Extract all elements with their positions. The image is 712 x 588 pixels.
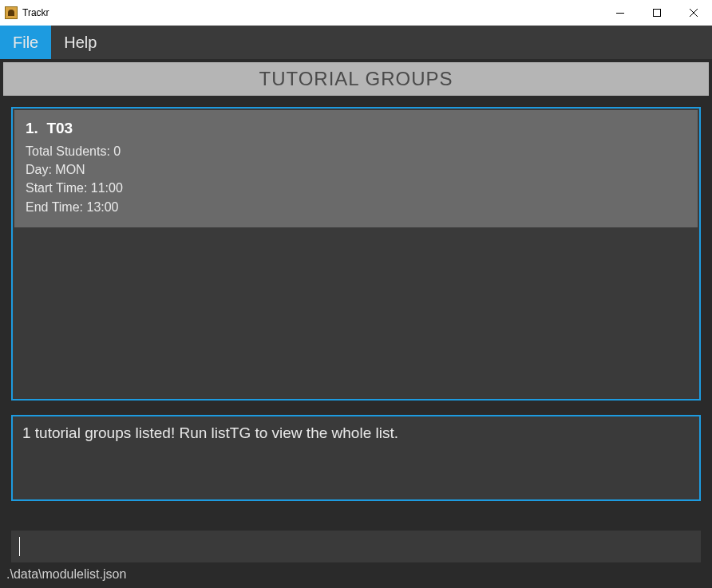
svg-rect-0 [616, 13, 624, 14]
window-title: Trackr [22, 7, 49, 18]
command-input[interactable] [11, 531, 701, 562]
group-start-time: Start Time: 11:00 [26, 179, 686, 197]
group-index: 1. [26, 120, 38, 136]
result-message: 1 tutorial groups listed! Run listTG to … [22, 424, 398, 441]
result-panel: 1 tutorial groups listed! Run listTG to … [11, 415, 701, 501]
content-area: 1. T03 Total Students: 0 Day: MON Start … [0, 96, 712, 532]
menu-help[interactable]: Help [51, 26, 109, 59]
app-body: File Help TUTORIAL GROUPS 1. T03 Total S… [0, 26, 712, 588]
window-controls [602, 0, 712, 26]
menubar: File Help [0, 26, 712, 59]
minimize-button[interactable] [602, 0, 639, 26]
app-icon [5, 6, 18, 19]
group-total-students: Total Students: 0 [26, 142, 686, 160]
maximize-button[interactable] [639, 0, 675, 26]
close-button[interactable] [675, 0, 712, 26]
titlebar: Trackr [0, 0, 712, 26]
section-header: TUTORIAL GROUPS [3, 62, 709, 96]
group-card[interactable]: 1. T03 Total Students: 0 Day: MON Start … [14, 110, 698, 227]
group-name: T03 [46, 120, 73, 136]
status-bar: .\data\modulelist.json [0, 562, 712, 588]
text-caret [19, 537, 20, 556]
svg-rect-1 [654, 10, 661, 17]
titlebar-left: Trackr [5, 6, 49, 19]
command-input-wrap [0, 531, 712, 562]
group-day: Day: MON [26, 160, 686, 179]
menu-file[interactable]: File [0, 26, 51, 59]
status-path: .\data\modulelist.json [6, 567, 126, 581]
group-title: 1. T03 [26, 120, 686, 137]
groups-list-panel[interactable]: 1. T03 Total Students: 0 Day: MON Start … [11, 107, 701, 401]
group-end-time: End Time: 13:00 [26, 198, 686, 216]
